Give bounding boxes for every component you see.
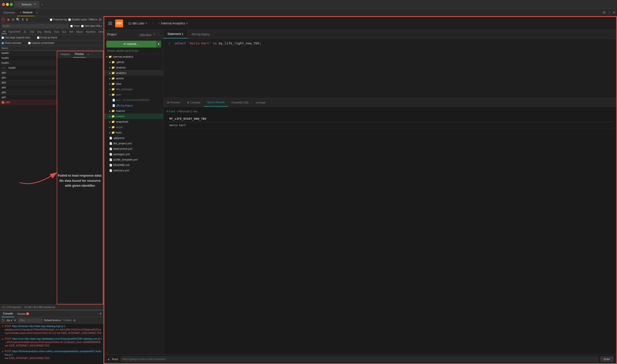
result-tab-preview[interactable]: ⊞ Preview xyxy=(163,98,183,107)
filter-tab-wasm[interactable]: Wasm xyxy=(75,30,84,34)
tab-more-icon[interactable]: » xyxy=(41,3,43,6)
network-filter-input[interactable] xyxy=(1,24,69,28)
devtools-tab-network[interactable]: ▲ Network xyxy=(17,9,35,16)
devtools-settings-icon[interactable]: ⚙ xyxy=(603,11,606,14)
commit-dropdown-button[interactable]: ▾ xyxy=(156,41,161,48)
hamburger-icon[interactable] xyxy=(108,22,112,25)
console-filter-input[interactable] xyxy=(18,318,43,323)
editor-tab-dbt-log[interactable]: dbt.log.legacy xyxy=(188,30,214,38)
file-packages[interactable]: 📄 packages.yml xyxy=(104,151,163,157)
search-icon[interactable]: 🔍 xyxy=(16,18,20,21)
filter-tab-img[interactable]: Img xyxy=(36,30,43,34)
import-icon[interactable]: ⬆ xyxy=(21,18,24,21)
filter-tab-js[interactable]: JS xyxy=(22,30,28,34)
result-tab-query-results[interactable]: Query Results xyxy=(204,98,228,107)
record-icon[interactable]: ⏺ xyxy=(7,18,10,21)
capture-screenshots-checkbox-container[interactable]: Capture screenshots xyxy=(28,42,54,44)
folder-github[interactable]: ▸ 📁 .github xyxy=(104,59,163,65)
filter-tab-all[interactable]: All xyxy=(1,30,7,34)
filter-tab-media[interactable]: Media xyxy=(43,30,52,34)
filter-tab-manifest[interactable]: Manifest xyxy=(85,30,97,34)
large-rows-checkbox[interactable] xyxy=(1,36,4,39)
invert-checkbox[interactable] xyxy=(70,25,73,27)
console-level-select[interactable]: Default levels ▾ xyxy=(44,319,61,322)
filter-tab-doc[interactable]: Doc xyxy=(61,30,68,34)
result-tab-lineage[interactable]: Lineage xyxy=(253,98,269,107)
file-deployment[interactable]: 📄 deployment.yml xyxy=(104,146,163,151)
file-tree-menu-icon[interactable]: ⋮ xyxy=(157,33,160,36)
file-gitignore[interactable]: 📄 .gitignore xyxy=(104,135,163,141)
file-dbt-log-legacy[interactable]: 📄 dbt.log.legacy xyxy=(104,103,163,108)
devtools-more-tabs-icon[interactable]: » xyxy=(35,11,39,14)
root-folder-item[interactable]: ▾ 📁 internal-analytics xyxy=(104,54,163,59)
filter-tab-font[interactable]: Font xyxy=(53,30,60,34)
folder-dbt-packages[interactable]: ▸ 📁 dbt_packages xyxy=(104,86,163,92)
folder-macros[interactable]: ▸ 📁 macros xyxy=(104,108,163,114)
console-item-3[interactable]: ✕ POST https://fishtownanalytics.sinter-… xyxy=(0,349,103,361)
folder-tests[interactable]: ▸ 📁 tests xyxy=(104,130,163,135)
workspace-selector[interactable]: 🗂 dbt Labs ▾ xyxy=(126,20,149,26)
clear-network-icon[interactable]: 🚫 xyxy=(1,18,5,21)
commit-button[interactable]: ↺ commit... xyxy=(106,41,156,48)
result-tab-compile[interactable]: ⊕ Compile xyxy=(183,98,204,107)
offline-select[interactable]: Offline ▾ xyxy=(89,18,97,21)
console-item-2[interactable]: ✕ POST https://rum-http-intake.logs.data… xyxy=(0,336,103,349)
runs-chevron-icon[interactable]: ▲ xyxy=(107,358,110,361)
group-by-frame-checkbox-container[interactable]: Group by frame xyxy=(37,36,57,39)
console-item-1[interactable]: ✕ POST https://browser-http-intake.logs.… xyxy=(0,324,103,336)
show-overview-checkbox-container[interactable]: Show overview xyxy=(1,42,21,44)
view-docs-link[interactable]: view docs xyxy=(140,33,151,36)
console-top-select[interactable]: top ▾ xyxy=(7,319,12,322)
invert-checkbox-container[interactable]: Invert xyxy=(70,25,80,27)
filter-tab-fetchxhr[interactable]: Fetch/XHR xyxy=(7,30,22,34)
headers-tab[interactable]: Headers xyxy=(59,51,72,58)
hide-data-urls-checkbox-container[interactable]: Hide data URLs xyxy=(81,25,102,27)
console-clear-icon[interactable]: 🚫 xyxy=(1,319,5,322)
file-readme[interactable]: 📄 README.md xyxy=(104,162,163,168)
folder-data[interactable]: ▸ 📁 data xyxy=(104,81,163,86)
result-tab-compiled-sql[interactable]: Compiled SQL xyxy=(228,98,253,107)
devtools-close-icon[interactable]: ✕ xyxy=(613,11,616,14)
view-docs-info-icon[interactable]: ⓘ xyxy=(153,33,156,36)
eye-icon[interactable]: 👁 xyxy=(14,319,17,322)
hide-data-urls-checkbox[interactable] xyxy=(81,25,84,27)
use-large-rows-checkbox-container[interactable]: Use large request rows xyxy=(1,36,30,39)
tab-close-icon[interactable]: ✕ xyxy=(34,3,36,6)
file-dbt-project[interactable]: 📄 dbt_project.yml xyxy=(104,141,163,146)
console-tab[interactable]: Console xyxy=(1,310,14,317)
project-selector[interactable]: ⑂ Internal Analytics ▾ xyxy=(156,20,190,26)
more-response-tabs-icon[interactable]: » xyxy=(87,52,90,56)
checkbox-disable-cache[interactable]: Disable cache xyxy=(68,18,87,21)
devtools-dots-icon[interactable]: ⋮ xyxy=(608,11,611,14)
issues-tab[interactable]: Issues 2 xyxy=(16,310,31,317)
group-by-frame-checkbox[interactable] xyxy=(37,36,39,39)
devtools-tab-elements[interactable]: Elements xyxy=(1,9,17,16)
folder-models[interactable]: ▸ 📁 models xyxy=(104,114,163,119)
dbt-command-input[interactable] xyxy=(120,356,599,362)
preview-tab[interactable]: Preview xyxy=(73,51,86,58)
editor-tab-statement1[interactable]: Statement 1 xyxy=(163,30,188,38)
checkbox-preserve[interactable]: Preserve log xyxy=(50,18,67,21)
code-editor[interactable]: 1 select 'mario kart' as my_life_right_n… xyxy=(163,39,616,98)
folder-logs[interactable]: ▾ 📁 logs xyxy=(104,92,163,97)
file-log-hash[interactable]: 📄 a1e...5c416bfecb1000000cf xyxy=(104,97,163,103)
folder-target[interactable]: ▸ 📁 target xyxy=(104,124,163,130)
throttle-settings-icon[interactable]: ⚙ xyxy=(99,18,102,21)
enter-button[interactable]: Enter xyxy=(600,357,613,362)
capture-screenshots-checkbox[interactable] xyxy=(28,42,31,44)
folder-snapshots[interactable]: ▸ 📁 snapshots xyxy=(104,119,163,124)
filter-tab-ws[interactable]: WS xyxy=(68,30,74,34)
show-overview-checkbox[interactable] xyxy=(1,42,4,44)
folder-assets[interactable]: ▸ 📁 assets xyxy=(104,76,163,81)
browser-tab-network[interactable]: ⚠ Network ✕ xyxy=(14,1,39,8)
folder-analytics[interactable]: ▸ 📁 analytics xyxy=(104,70,163,76)
code-content[interactable]: select 'mario kart' as my_life_right_now… xyxy=(173,41,616,96)
export-icon[interactable]: ⬇ xyxy=(26,18,28,21)
filter-tab-css[interactable]: CSS xyxy=(28,30,36,34)
preserve-log-checkbox[interactable] xyxy=(50,18,52,21)
console-close-icon[interactable]: ✕ xyxy=(99,312,102,315)
filter-tab-other[interactable]: Other xyxy=(97,30,103,34)
disable-cache-checkbox[interactable] xyxy=(68,18,71,21)
file-selectors[interactable]: 📄 selectors.yml xyxy=(104,168,163,173)
console-settings-icon[interactable]: ⚙ xyxy=(73,319,76,322)
